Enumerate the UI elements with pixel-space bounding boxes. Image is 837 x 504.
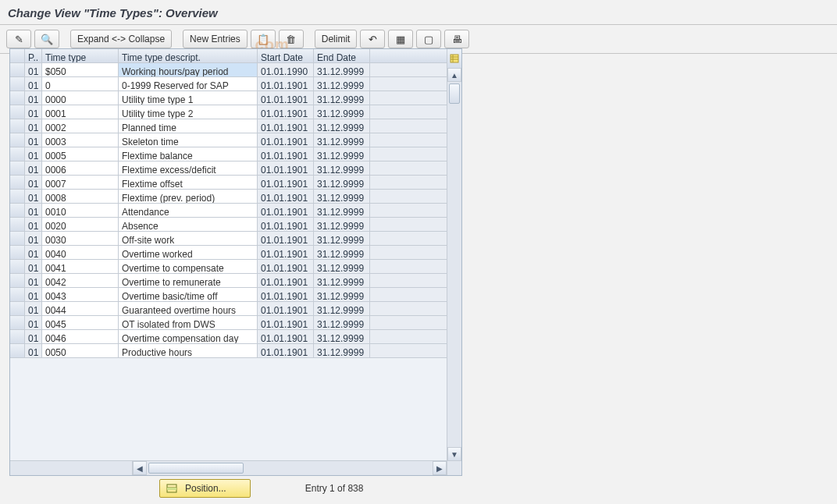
row-selector[interactable] (10, 330, 25, 344)
cell-ps[interactable]: 01 (25, 77, 42, 91)
cell-start-date[interactable]: 01.01.1901 (258, 161, 314, 176)
cell-end-date[interactable]: 31.12.9999 (314, 246, 370, 260)
table-row[interactable]: 010043Overtime basic/time off01.01.19013… (10, 288, 461, 302)
cell-time-type[interactable]: 0043 (42, 288, 119, 302)
cell-end-date[interactable]: 31.12.9999 (314, 119, 370, 133)
row-selector[interactable] (10, 260, 25, 274)
cell-end-date[interactable]: 31.12.9999 (314, 204, 370, 218)
row-selector[interactable] (10, 105, 25, 119)
col-header-end[interactable]: End Date (314, 49, 370, 63)
row-selector[interactable] (10, 91, 25, 105)
cell-end-date[interactable]: 31.12.9999 (314, 330, 370, 344)
scroll-down-button[interactable]: ▼ (447, 447, 461, 461)
cell-start-date[interactable]: 01.01.1901 (258, 119, 314, 133)
cell-start-date[interactable]: 01.01.1901 (258, 105, 314, 119)
scroll-left-button[interactable]: ◀ (133, 461, 147, 475)
table-row[interactable]: 010050Productive hours01.01.190131.12.99… (10, 344, 461, 358)
expand-collapse-button[interactable]: Expand <-> Collapse (70, 30, 172, 48)
cell-ps[interactable]: 01 (25, 302, 42, 316)
cell-start-date[interactable]: 01.01.1901 (258, 133, 314, 147)
cell-ps[interactable]: 01 (25, 133, 42, 147)
cell-end-date[interactable]: 31.12.9999 (314, 133, 370, 147)
toggle-mode-button[interactable]: ✎ (6, 30, 31, 48)
cell-time-type[interactable]: 0001 (42, 105, 119, 119)
row-selector[interactable] (10, 190, 25, 204)
cell-desc[interactable]: Flextime balance (119, 147, 258, 161)
cell-desc[interactable]: Off-site work (119, 232, 258, 246)
cell-time-type[interactable]: 0002 (42, 119, 119, 133)
cell-start-date[interactable]: 01.01.1901 (258, 302, 314, 316)
cell-ps[interactable]: 01 (25, 330, 42, 344)
cell-desc[interactable]: Overtime to compensate (119, 260, 258, 274)
scroll-up-button[interactable]: ▲ (447, 68, 461, 82)
table-row[interactable]: 010045OT isolated from DWS01.01.190131.1… (10, 316, 461, 330)
table-row[interactable]: 010000Utility time type 101.01.190131.12… (10, 91, 461, 105)
row-selector[interactable] (10, 147, 25, 161)
row-selector[interactable] (10, 288, 25, 302)
row-selector[interactable] (10, 204, 25, 218)
cell-start-date[interactable]: 01.01.1901 (258, 246, 314, 260)
cell-end-date[interactable]: 31.12.9999 (314, 218, 370, 232)
row-selector[interactable] (10, 63, 25, 77)
cell-start-date[interactable]: 01.01.1901 (258, 344, 314, 358)
cell-ps[interactable]: 01 (25, 232, 42, 246)
delimit-button[interactable]: Delimit (315, 30, 358, 48)
cell-start-date[interactable]: 01.01.1901 (258, 260, 314, 274)
cell-time-type[interactable]: 0000 (42, 91, 119, 105)
row-selector[interactable] (10, 302, 25, 316)
cell-ps[interactable]: 01 (25, 316, 42, 330)
col-header-time-type[interactable]: Time type (42, 49, 119, 63)
cell-ps[interactable]: 01 (25, 91, 42, 105)
row-selector[interactable] (10, 133, 25, 147)
cell-time-type[interactable]: 0005 (42, 147, 119, 161)
cell-start-date[interactable]: 01.01.1901 (258, 218, 314, 232)
table-row[interactable]: 010005Flextime balance01.01.190131.12.99… (10, 147, 461, 161)
cell-desc[interactable]: Working hours/pay period (119, 63, 258, 77)
cell-ps[interactable]: 01 (25, 119, 42, 133)
cell-start-date[interactable]: 01.01.1901 (258, 190, 314, 204)
cell-time-type[interactable]: 0008 (42, 190, 119, 204)
row-selector[interactable] (10, 176, 25, 190)
cell-desc[interactable]: Utility time type 1 (119, 91, 258, 105)
table-row[interactable]: 010007Flextime offset01.01.190131.12.999… (10, 176, 461, 190)
cell-desc[interactable]: OT isolated from DWS (119, 316, 258, 330)
cell-time-type[interactable]: 0045 (42, 316, 119, 330)
cell-start-date[interactable]: 01.01.1901 (258, 147, 314, 161)
cell-desc[interactable]: Flextime (prev. period) (119, 190, 258, 204)
cell-desc[interactable]: Productive hours (119, 344, 258, 358)
table-config-button[interactable] (447, 49, 461, 69)
cell-desc[interactable]: Planned time (119, 119, 258, 133)
cell-time-type[interactable]: 0041 (42, 260, 119, 274)
col-header-desc[interactable]: Time type descript. (119, 49, 258, 63)
cell-ps[interactable]: 01 (25, 147, 42, 161)
deselect-all-button[interactable]: ▢ (416, 30, 441, 48)
cell-time-type[interactable]: 0003 (42, 133, 119, 147)
cell-end-date[interactable]: 31.12.9999 (314, 260, 370, 274)
cell-desc[interactable]: Skeleton time (119, 133, 258, 147)
cell-desc[interactable]: Overtime compensation day (119, 330, 258, 344)
row-selector[interactable] (10, 119, 25, 133)
table-row[interactable]: 010006Flextime excess/deficit01.01.19013… (10, 161, 461, 176)
copy-button[interactable]: 📋 (251, 30, 276, 48)
table-row[interactable]: 010010Attendance01.01.190131.12.9999 (10, 204, 461, 218)
vscroll-thumb[interactable] (449, 83, 460, 104)
cell-end-date[interactable]: 31.12.9999 (314, 344, 370, 358)
cell-ps[interactable]: 01 (25, 344, 42, 358)
position-button[interactable]: Position... (159, 479, 251, 498)
select-all-rows-corner[interactable] (10, 49, 25, 63)
table-row[interactable]: 010003Skeleton time01.01.190131.12.9999 (10, 133, 461, 147)
cell-ps[interactable]: 01 (25, 190, 42, 204)
cell-end-date[interactable]: 31.12.9999 (314, 161, 370, 176)
cell-desc[interactable]: Flextime excess/deficit (119, 161, 258, 176)
cell-time-type[interactable]: 0042 (42, 274, 119, 288)
cell-end-date[interactable]: 31.12.9999 (314, 91, 370, 105)
cell-time-type[interactable]: 0006 (42, 161, 119, 176)
delete-button[interactable]: 🗑 (279, 30, 304, 48)
cell-ps[interactable]: 01 (25, 204, 42, 218)
table-row[interactable]: 010008Flextime (prev. period)01.01.19013… (10, 190, 461, 204)
cell-time-type[interactable]: 0030 (42, 232, 119, 246)
cell-time-type[interactable]: 0046 (42, 330, 119, 344)
cell-time-type[interactable]: 0 (42, 77, 119, 91)
cell-desc[interactable]: Overtime worked (119, 246, 258, 260)
cell-start-date[interactable]: 01.01.1901 (258, 288, 314, 302)
